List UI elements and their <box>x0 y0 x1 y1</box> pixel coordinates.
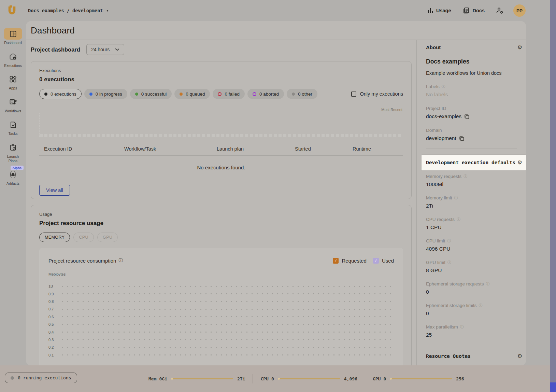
y-tick: 0.6 <box>48 315 57 319</box>
memory-limit-field: Memory limitⓘ 2Ti <box>426 195 517 209</box>
y-tick: 0.4 <box>48 330 57 334</box>
main-panel: Dashboard Project dashboard 24 hours Exe… <box>26 21 526 365</box>
filter-chip-failed[interactable]: 0 failed <box>213 89 245 99</box>
filter-chip-queued[interactable]: 0 queued <box>174 89 210 99</box>
status-dot <box>253 92 256 96</box>
section-title: Project dashboard <box>31 46 80 53</box>
filter-chip-aborted[interactable]: 0 aborted <box>247 89 284 99</box>
sidebar-item-workflows[interactable]: Workflows <box>1 96 25 113</box>
copy-icon[interactable] <box>464 114 469 119</box>
docs-icon <box>463 7 470 15</box>
avatar[interactable]: PP <box>513 4 526 17</box>
sidebar-item-artifacts[interactable]: Alpha Artifacts <box>1 169 25 186</box>
only-my-executions-checkbox[interactable]: Only my executions <box>351 91 403 97</box>
usage-eyebrow: Usage <box>39 212 403 217</box>
cpu-meter: CPU 0 4,096 <box>260 376 357 381</box>
project-id-value: docs-examples <box>426 113 461 120</box>
labels-field: Labelsⓘ No labels <box>426 84 517 98</box>
resource-tabs: MEMORY CPU GPU <box>39 233 403 242</box>
chevron-down-icon <box>115 48 119 51</box>
chart-legend: ✓ Requested ✓ Used <box>333 258 394 264</box>
about-title: About <box>426 44 441 50</box>
page-header: Dashboard <box>26 21 526 40</box>
artifacts-icon <box>4 169 22 180</box>
resource-meters: Mem 0Gi 2Ti CPU 0 4,096 GPU 0 256 <box>148 365 464 392</box>
timeline-baseline <box>40 134 403 137</box>
execution-filters: 0 executions 0 in progress 0 successful <box>39 89 403 99</box>
view-all-button[interactable]: View all <box>39 185 70 196</box>
status-dot <box>292 93 295 96</box>
breadcrumb-text: Docs examples / development <box>28 8 103 13</box>
topbar: Docs examples / development ▾ Usage Docs <box>0 0 556 21</box>
executions-eyebrow: Executions <box>39 68 403 73</box>
filter-chip-all[interactable]: 0 executions <box>39 89 82 99</box>
domain-value: development <box>426 135 456 141</box>
y-tick: 0.7 <box>48 307 57 311</box>
ephemeral-storage-limits-field: Ephemeral storage limitsⓘ 0 <box>426 303 517 317</box>
legend-used-checkbox[interactable]: ✓ Used <box>373 258 394 264</box>
checkbox-checked-icon: ✓ <box>373 258 379 264</box>
checkbox-checked-icon: ✓ <box>333 258 339 264</box>
y-tick: 0.1 <box>48 353 57 357</box>
usage-label: Usage <box>436 8 451 13</box>
docs-button[interactable]: Docs <box>463 7 485 15</box>
gpu-limit-field: GPU limitⓘ 8 GPU <box>426 260 517 274</box>
usage-title: Project resource usage <box>39 220 403 227</box>
ephemeral-storage-requests-field: Ephemeral storage requestsⓘ 0 <box>426 281 517 295</box>
info-icon: ⓘ <box>457 217 460 222</box>
usage-button[interactable]: Usage <box>428 8 451 13</box>
y-tick: 0.5 <box>48 322 57 326</box>
sidebar-item-dashboard[interactable]: Dashboard <box>1 28 25 45</box>
page-scrollbar[interactable] <box>550 0 556 392</box>
checkbox-unchecked-icon <box>351 92 356 97</box>
breadcrumb[interactable]: Docs examples / development ▾ <box>28 8 109 13</box>
labels-value: No labels <box>426 92 517 98</box>
tab-memory[interactable]: MEMORY <box>39 233 70 242</box>
gpu-meter-track <box>390 378 452 379</box>
filter-chip-in-progress[interactable]: 0 in progress <box>84 89 127 99</box>
dashboard-icon <box>4 28 22 40</box>
resource-quotas-gear-icon[interactable]: ⚙ <box>517 353 522 359</box>
y-tick: 0.8 <box>48 299 57 304</box>
union-logo-icon[interactable] <box>6 5 18 16</box>
sidebar-item-executions[interactable]: Executions <box>1 51 25 68</box>
info-icon: ⓘ <box>454 195 458 200</box>
docs-label: Docs <box>473 8 485 13</box>
status-dot <box>180 93 183 96</box>
sidebar-item-apps[interactable]: Apps <box>1 73 25 90</box>
status-dot <box>135 93 138 96</box>
sidebar-item-tasks[interactable]: Tasks <box>1 119 25 136</box>
scrollbar-bottom-accent <box>550 382 556 392</box>
tab-cpu[interactable]: CPU <box>73 233 94 242</box>
y-tick: 0.9 <box>48 292 57 296</box>
launch-plans-icon <box>4 142 22 153</box>
empty-state-message: No executions found. <box>39 155 403 179</box>
copy-icon[interactable] <box>459 136 464 141</box>
filter-chip-successful[interactable]: 0 successful <box>130 89 172 99</box>
usage-card: Usage Project resource usage MEMORY CPU … <box>31 205 412 365</box>
admin-settings-icon[interactable] <box>496 7 504 14</box>
tab-gpu[interactable]: GPU <box>97 233 118 242</box>
project-id-field: Project ID docs-examples <box>426 106 517 120</box>
memory-meter: Mem 0Gi 2Ti <box>148 376 245 381</box>
executions-card: Executions 0 executions 0 executions 0 i… <box>31 61 412 199</box>
about-settings-gear-icon[interactable]: ⚙ <box>517 45 522 50</box>
execution-defaults-gear-icon[interactable]: ⚙ <box>517 160 522 165</box>
tasks-icon <box>4 119 22 130</box>
bar-chart-icon <box>428 8 433 13</box>
execution-defaults-title: Development execution defaults <box>426 160 515 165</box>
col-launch-plan: Launch plan <box>217 146 295 152</box>
resource-quotas-title: Resource Quotas <box>426 353 471 359</box>
table-header-row: Execution ID Workflow/Task Launch plan S… <box>39 142 403 155</box>
time-range-select[interactable]: 24 hours <box>86 44 124 55</box>
info-icon: ⓘ <box>442 84 445 89</box>
filter-chip-other[interactable]: 0 other <box>287 89 317 99</box>
chart-grid: 1B 0.9 0.8 0.7 0.6 0.5 0.4 0.3 0.2 0.1 <box>48 282 394 359</box>
running-executions-pill[interactable]: 0 running executions <box>5 373 77 383</box>
sidebar-item-launch-plans[interactable]: Launch Plans <box>1 142 25 163</box>
legend-requested-checkbox[interactable]: ✓ Requested <box>333 258 367 264</box>
chart-title: Project resource consumption ⓘ <box>48 257 123 264</box>
info-icon: ⓘ <box>486 281 490 286</box>
info-icon[interactable]: ⓘ <box>118 257 123 264</box>
project-name: Docs examples <box>426 58 517 65</box>
